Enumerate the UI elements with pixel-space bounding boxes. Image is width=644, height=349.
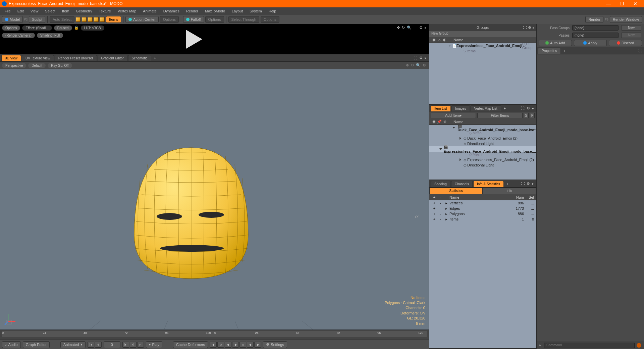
- expand-icon[interactable]: ⛶: [523, 26, 527, 30]
- key-button[interactable]: ◆: [254, 342, 261, 348]
- preview-paused[interactable]: Paused: [54, 26, 72, 31]
- eye-icon[interactable]: ◉: [431, 38, 437, 42]
- axis-gizmo[interactable]: [4, 312, 17, 326]
- default-dropdown[interactable]: Default: [28, 63, 46, 68]
- info-tab[interactable]: Info: [483, 188, 536, 194]
- f-button[interactable]: F: [530, 113, 535, 118]
- statistics-tab[interactable]: Statistics: [429, 188, 483, 194]
- menu-item[interactable]: Item: [59, 8, 72, 14]
- tab-3d-view[interactable]: 3D View: [1, 55, 21, 61]
- chevron-right-icon[interactable]: ▸: [532, 106, 534, 110]
- eye-icon[interactable]: ◉: [431, 119, 437, 124]
- key-button[interactable]: ◇: [239, 342, 246, 348]
- new-button[interactable]: New: [621, 33, 641, 38]
- action-center-button[interactable]: Action Center: [125, 16, 159, 23]
- move-icon[interactable]: ✥: [406, 63, 409, 67]
- key-button[interactable]: ◆: [247, 342, 254, 348]
- gear-icon[interactable]: ⚙: [528, 26, 531, 30]
- groups-list[interactable]: + 📄 Expressionless_Face_Android_Emoji (4…: [429, 43, 536, 104]
- model-button[interactable]: Model: [2, 16, 23, 23]
- new-button[interactable]: New: [621, 25, 641, 31]
- record-icon[interactable]: [637, 343, 641, 348]
- options-button[interactable]: Options: [160, 16, 179, 23]
- passgroups-dropdown[interactable]: (none): [572, 25, 619, 31]
- render-button[interactable]: Render: [585, 16, 603, 23]
- animated-dropdown[interactable]: Animated ▾: [60, 341, 85, 348]
- tab-render-preset-browser[interactable]: Render Preset Browser: [55, 55, 97, 61]
- expand-icon[interactable]: ⛶: [414, 26, 417, 30]
- maximize-button[interactable]: ❐: [615, 1, 629, 6]
- stat-row[interactable]: +-▸Edges1770...: [429, 206, 536, 211]
- col-icon[interactable]: ⚹: [442, 119, 447, 124]
- tab-uv-texture-view[interactable]: UV Texture View: [22, 55, 54, 61]
- chevron-right-icon[interactable]: ▸: [532, 182, 534, 186]
- menu-file[interactable]: File: [1, 8, 14, 14]
- graph-editor-button[interactable]: Graph Editor: [23, 341, 50, 348]
- chevron-right-icon[interactable]: ▸: [533, 26, 535, 30]
- expand-icon[interactable]: ⛶: [521, 182, 525, 186]
- filter-items-field[interactable]: Filter Items: [477, 113, 523, 118]
- cube-icon[interactable]: [100, 17, 105, 22]
- chevron-right-icon[interactable]: ▸: [425, 26, 427, 30]
- cube-icon[interactable]: [82, 17, 87, 22]
- cache-deformers-button[interactable]: Cache Deformers: [173, 341, 208, 348]
- zoom-icon[interactable]: 🔍: [416, 63, 421, 67]
- cube-icon[interactable]: [76, 17, 80, 22]
- prev-frame-button[interactable]: ◂|: [95, 342, 102, 348]
- menu-texture[interactable]: Texture: [96, 8, 114, 14]
- tab-schematic[interactable]: Schematic: [128, 55, 151, 61]
- autoadd-button[interactable]: Auto Add: [539, 40, 572, 46]
- menu-dynamics[interactable]: Dynamics: [160, 8, 183, 14]
- apply-button[interactable]: Apply: [574, 40, 607, 46]
- add-tab-button[interactable]: +: [561, 49, 568, 53]
- preview-camera[interactable]: (Render Camera): [2, 33, 35, 38]
- refresh-icon[interactable]: ↻: [402, 26, 405, 30]
- menu-geometry[interactable]: Geometry: [72, 8, 95, 14]
- zoom-icon[interactable]: 🔍: [407, 26, 412, 30]
- menu-help[interactable]: Help: [265, 8, 280, 14]
- group-item[interactable]: + 📄 Expressionless_Face_Android_Emoji (4…: [429, 43, 536, 48]
- options-button[interactable]: Options: [205, 16, 224, 23]
- gear-icon[interactable]: ⚙: [527, 182, 530, 186]
- timeline[interactable]: 024487296120024487296120: [0, 330, 429, 340]
- items-button[interactable]: Items: [106, 16, 121, 23]
- lock-icon[interactable]: ⌂: [437, 38, 442, 42]
- raygl-dropdown[interactable]: Ray GL: Off: [48, 63, 72, 68]
- passes-dropdown[interactable]: (none): [572, 33, 619, 38]
- audio-button[interactable]: ♪ Audio: [2, 341, 21, 348]
- 3d-viewport[interactable]: +X No Items Polygons : Catmull-Clark Cha…: [0, 69, 429, 330]
- frame-field[interactable]: 0: [104, 341, 120, 348]
- menu-animate[interactable]: Animate: [140, 8, 160, 14]
- gear-icon[interactable]: ⚙: [423, 63, 426, 67]
- item-row[interactable]: 🎬 Expressionless_Face_Android_Emoji_modo…: [429, 146, 536, 152]
- s-button[interactable]: S: [524, 113, 529, 118]
- gear-icon[interactable]: ⚙: [419, 26, 423, 30]
- key-button[interactable]: ◇: [217, 342, 224, 348]
- minimize-button[interactable]: —: [602, 1, 615, 6]
- menu-system[interactable]: System: [246, 8, 265, 14]
- tab-item-list[interactable]: Item List: [431, 105, 451, 111]
- tab-info-&-statistics[interactable]: Info & Statistics: [473, 181, 504, 187]
- add-tab-button[interactable]: +: [504, 182, 511, 186]
- key-button[interactable]: ◆: [232, 342, 239, 348]
- menu-render[interactable]: Render: [183, 8, 202, 14]
- gear-icon[interactable]: ⚙: [527, 106, 530, 110]
- menu-layout[interactable]: Layout: [228, 8, 246, 14]
- gear-icon[interactable]: ⚙: [419, 56, 423, 60]
- move-icon[interactable]: ✥: [397, 26, 400, 30]
- lock-icon[interactable]: 🔒: [74, 26, 79, 31]
- close-button[interactable]: ✕: [629, 1, 642, 6]
- col-icon[interactable]: ◐: [442, 38, 447, 42]
- menu-edit[interactable]: Edit: [14, 8, 27, 14]
- play-icon[interactable]: [186, 30, 202, 49]
- discard-button[interactable]: Discard: [609, 40, 642, 46]
- refresh-icon[interactable]: ↻: [411, 63, 414, 67]
- stat-row[interactable]: +-▸Items10: [429, 216, 536, 222]
- preview-shading[interactable]: Shading: Full: [37, 33, 63, 38]
- item-list[interactable]: 🎬 Duck_Face_Android_Emoji_modo_base.lxo*…: [429, 125, 536, 180]
- add-tab-button[interactable]: +: [502, 106, 508, 110]
- preview-options[interactable]: Options: [2, 26, 20, 31]
- tab-shading[interactable]: Shading: [431, 181, 450, 187]
- perspective-dropdown[interactable]: Perspective: [2, 63, 26, 68]
- sculpt-button[interactable]: Sculpt: [29, 16, 45, 23]
